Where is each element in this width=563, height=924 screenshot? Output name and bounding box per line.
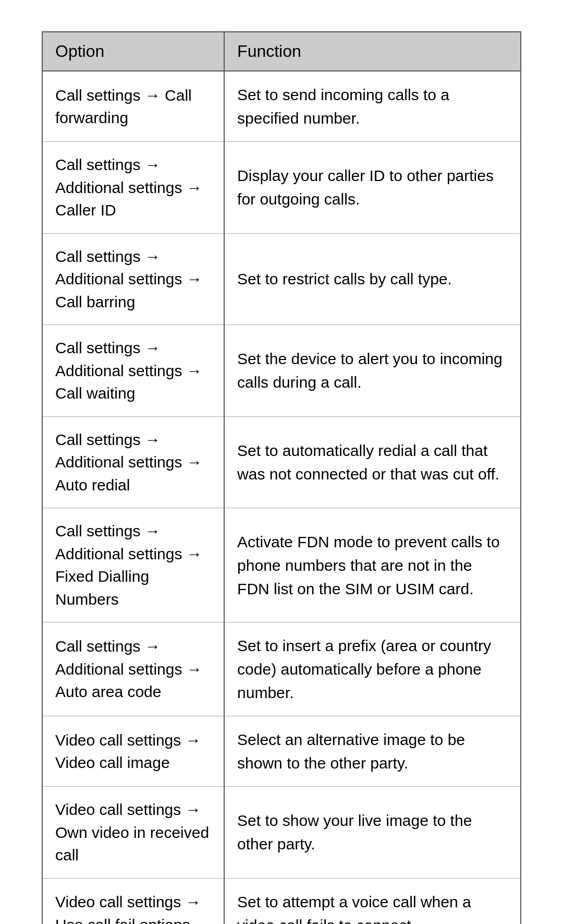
function-header: Function — [224, 32, 520, 71]
function-cell: Set the device to alert you to incoming … — [224, 325, 520, 417]
table-row: Video call settings → Video call imageSe… — [43, 716, 520, 787]
table-row: Call settings → Call forwardingSet to se… — [43, 71, 520, 142]
function-cell: Set to show your live image to the other… — [224, 787, 520, 879]
table-row: Video call settings → Own video in recei… — [43, 787, 520, 879]
table-row: Video call settings → Use call fail opti… — [43, 878, 520, 924]
option-cell: Call settings → Call forwarding — [43, 71, 224, 142]
table-row: Call settings → Additional settings → Ca… — [43, 325, 520, 417]
option-cell: Video call settings → Own video in recei… — [43, 787, 224, 879]
option-cell: Call settings → Additional settings → Ca… — [43, 233, 224, 325]
function-cell: Set to attempt a voice call when a video… — [224, 878, 520, 924]
option-cell: Video call settings → Use call fail opti… — [43, 878, 224, 924]
function-cell: Select an alternative image to be shown … — [224, 716, 520, 787]
table-row: Call settings → Additional settings → Fi… — [43, 508, 520, 622]
table-row: Call settings → Additional settings → Au… — [43, 622, 520, 716]
function-cell: Set to automatically redial a call that … — [224, 416, 520, 508]
option-cell: Call settings → Additional settings → Au… — [43, 622, 224, 716]
function-cell: Set to send incoming calls to a specifie… — [224, 71, 520, 142]
settings-table: Option Function Call settings → Call for… — [43, 32, 520, 924]
function-cell: Set to insert a prefix (area or country … — [224, 622, 520, 716]
option-cell: Call settings → Additional settings → Ca… — [43, 325, 224, 417]
function-cell: Activate FDN mode to prevent calls to ph… — [224, 508, 520, 622]
function-cell: Set to restrict calls by call type. — [224, 233, 520, 325]
option-cell: Call settings → Additional settings → Au… — [43, 416, 224, 508]
table-row: Call settings → Additional settings → Ca… — [43, 142, 520, 234]
option-cell: Call settings → Additional settings → Ca… — [43, 142, 224, 234]
function-cell: Display your caller ID to other parties … — [224, 142, 520, 234]
main-table-wrapper: Option Function Call settings → Call for… — [42, 31, 521, 924]
option-cell: Call settings → Additional settings → Fi… — [43, 508, 224, 622]
option-cell: Video call settings → Video call image — [43, 716, 224, 787]
table-row: Call settings → Additional settings → Au… — [43, 416, 520, 508]
table-header-row: Option Function — [43, 32, 520, 71]
table-row: Call settings → Additional settings → Ca… — [43, 233, 520, 325]
option-header: Option — [43, 32, 224, 71]
